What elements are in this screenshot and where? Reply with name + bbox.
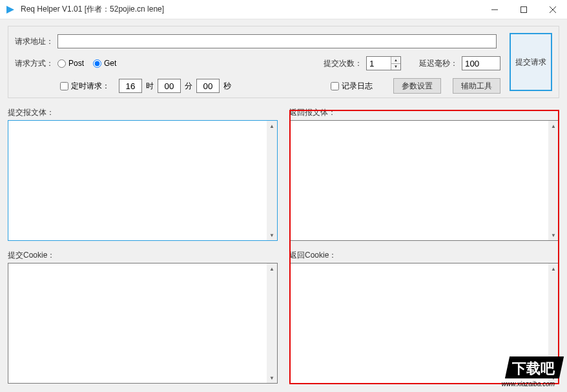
close-button[interactable] <box>538 0 567 19</box>
scrollbar[interactable]: ▲ ▼ <box>267 263 277 383</box>
response-body-textarea[interactable] <box>289 120 559 241</box>
scroll-down-icon[interactable]: ▼ <box>267 373 277 383</box>
get-label: Get <box>104 59 116 68</box>
method-post-radio[interactable]: Post <box>57 59 84 68</box>
log-checkbox[interactable]: 记录日志 <box>331 81 373 92</box>
window-title: Req Helper V1.01 [作者：52pojie.cn lene] <box>21 4 164 15</box>
scrollbar[interactable]: ▲ ▼ <box>548 263 559 383</box>
response-column: 返回报文体： ▲ ▼ 返回Cookie： ▲ ▼ <box>289 107 559 384</box>
minimize-button[interactable] <box>480 0 509 19</box>
submit-cookie-label: 提交Cookie： <box>8 250 278 260</box>
method-label: 请求方式： <box>15 58 54 69</box>
second-unit: 秒 <box>223 81 231 92</box>
submit-request-button[interactable]: 提交请求 <box>510 33 552 91</box>
client-area: 请求地址： 请求方式： Post Get 提交次数： ▲ ▼ <box>0 19 567 392</box>
post-label: Post <box>68 59 84 68</box>
minute-unit: 分 <box>185 81 192 92</box>
delay-label: 延迟毫秒： <box>419 58 458 69</box>
submit-body-textarea[interactable] <box>8 120 278 241</box>
maximize-button[interactable] <box>509 0 538 19</box>
scroll-up-icon[interactable]: ▲ <box>267 263 277 274</box>
second-input[interactable] <box>196 79 220 93</box>
helper-tool-button[interactable]: 辅助工具 <box>453 78 500 94</box>
body-columns: 提交报文体： ▲ ▼ 提交Cookie： ▲ ▼ <box>8 107 559 384</box>
response-body-label: 返回报文体： <box>289 107 559 118</box>
response-cookie-textarea[interactable] <box>289 263 559 384</box>
timed-request-checkbox[interactable]: 定时请求： <box>60 81 110 92</box>
url-input[interactable] <box>57 34 497 48</box>
titlebar: Req Helper V1.01 [作者：52pojie.cn lene] <box>0 0 567 19</box>
scroll-up-icon[interactable]: ▲ <box>548 263 559 274</box>
app-icon <box>5 5 15 15</box>
param-settings-button[interactable]: 参数设置 <box>393 78 441 94</box>
scroll-down-icon[interactable]: ▼ <box>267 230 277 240</box>
hour-unit: 时 <box>146 81 154 92</box>
request-settings-panel: 请求地址： 请求方式： Post Get 提交次数： ▲ ▼ <box>8 26 559 98</box>
svg-rect-2 <box>521 6 526 12</box>
response-cookie-label: 返回Cookie： <box>289 250 559 260</box>
method-get-radio[interactable]: Get <box>93 59 116 68</box>
minute-input[interactable] <box>158 79 181 93</box>
times-down-button[interactable]: ▼ <box>391 64 400 70</box>
scroll-down-icon[interactable]: ▼ <box>548 373 559 383</box>
times-spinner[interactable]: ▲ ▼ <box>366 56 401 70</box>
times-up-button[interactable]: ▲ <box>391 57 400 64</box>
log-label: 记录日志 <box>342 81 373 92</box>
submit-body-label: 提交报文体： <box>8 107 278 118</box>
hour-input[interactable] <box>119 79 142 93</box>
times-label: 提交次数： <box>324 58 362 69</box>
submit-cookie-textarea[interactable] <box>8 263 278 384</box>
submit-column: 提交报文体： ▲ ▼ 提交Cookie： ▲ ▼ <box>8 107 278 384</box>
svg-marker-0 <box>6 6 14 14</box>
scroll-down-icon[interactable]: ▼ <box>548 230 559 240</box>
url-label: 请求地址： <box>15 36 54 47</box>
delay-input[interactable] <box>462 56 500 70</box>
timed-label: 定时请求： <box>71 81 110 92</box>
scrollbar[interactable]: ▲ ▼ <box>548 121 559 240</box>
scrollbar[interactable]: ▲ ▼ <box>267 121 277 240</box>
scroll-up-icon[interactable]: ▲ <box>267 121 277 131</box>
times-input[interactable] <box>367 57 391 70</box>
scroll-up-icon[interactable]: ▲ <box>548 121 559 131</box>
